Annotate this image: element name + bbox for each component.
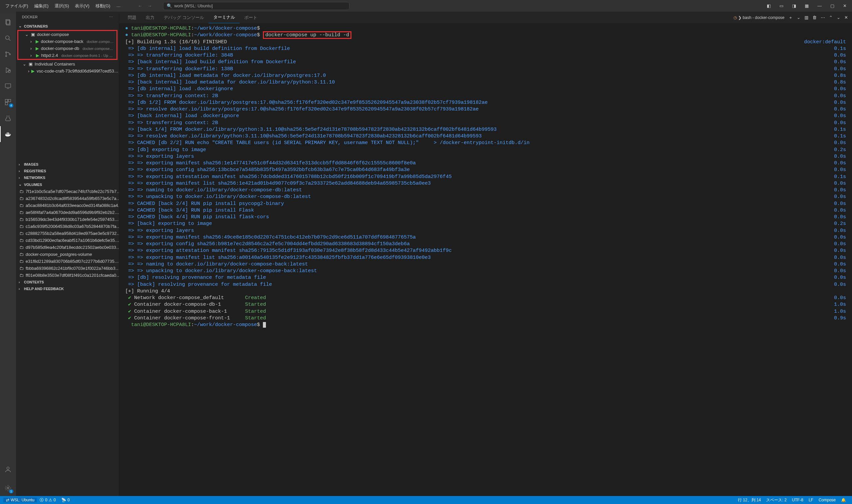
activity-account[interactable] xyxy=(0,462,16,478)
volume-item[interactable]: 🗀a23674832d2c8cad8f5839544a59fb6573e5c7a… xyxy=(16,195,119,202)
new-terminal-icon[interactable]: ＋ xyxy=(788,15,793,21)
status-notifications-icon[interactable]: 🔔 xyxy=(838,497,849,503)
volume-item[interactable]: 🗀7f1e1b0c5ca5e7df075ecac74fcf7cbfe22c757… xyxy=(16,188,119,195)
menu-bar: ファイル(F) 編集(E) 選択(S) 表示(V) 移動(G) … xyxy=(3,2,123,10)
activity-scm[interactable] xyxy=(0,46,16,62)
section-contexts[interactable]: ›CONTEXTS xyxy=(16,279,119,285)
menu-view[interactable]: 表示(V) xyxy=(72,2,92,10)
status-spaces[interactable]: スペース: 2 xyxy=(763,497,789,503)
compose-group[interactable]: ⌄ ▣ docker-compose xyxy=(18,31,117,38)
volume-icon: 🗀 xyxy=(19,259,24,264)
volume-icon: 🗀 xyxy=(19,273,24,278)
status-line-col[interactable]: 行 12、列 14 xyxy=(735,497,763,503)
section-networks[interactable]: ›NETWORKS xyxy=(16,174,119,181)
svg-point-2 xyxy=(6,36,9,40)
docker-sidebar: DOCKER ⋯ ⌄CONTAINERS ⌄ ▣ docker-compose … xyxy=(16,12,119,496)
volume-item[interactable]: 🗀ae58f4faf7a4a0670dedd9a6596d9b9f92eb2b2… xyxy=(16,209,119,216)
more-icon[interactable]: ⋯ xyxy=(821,15,825,20)
error-icon: ⓧ xyxy=(40,497,43,503)
status-encoding[interactable]: UTF-8 xyxy=(789,497,806,503)
split-terminal-icon[interactable]: ▥ xyxy=(804,15,809,20)
titlebar: ファイル(F) 編集(E) 選択(S) 表示(V) 移動(G) … ← → 🔍 … xyxy=(0,0,852,12)
volume-icon: 🗀 xyxy=(19,266,24,271)
volume-item[interactable]: 🗀ff01e08b8e3503e7df08f1f491c0a1201cfcaed… xyxy=(16,272,119,279)
activity-settings[interactable]: 1 xyxy=(0,480,16,496)
volume-item[interactable]: 🗀docker-compose_postgres-volume xyxy=(16,251,119,258)
svg-point-6 xyxy=(9,54,11,55)
tab-output[interactable]: 出力 xyxy=(141,12,159,23)
play-icon: ▶ xyxy=(36,39,39,44)
terminal-task[interactable]: ◷ ❯ bash - docker-compose xyxy=(733,15,784,20)
volume-item[interactable]: 🗀c28882755b2a58ea958d418ed975ae3e5c9732… xyxy=(16,230,119,237)
nav-forward-icon[interactable]: → xyxy=(146,2,153,10)
maximize-icon[interactable]: ▢ xyxy=(828,2,837,10)
status-ports[interactable]: 📡0 xyxy=(58,498,73,502)
container-front[interactable]: ›▶ httpd:2.4 docker-compose-front-1 - Up… xyxy=(18,52,117,59)
container-db[interactable]: ›▶ docker-compose-db docker-compose-db-… xyxy=(18,45,117,52)
menu-file[interactable]: ファイル(F) xyxy=(3,2,31,10)
chevron-up-icon[interactable]: ⌃ xyxy=(829,15,833,20)
menu-edit[interactable]: 編集(E) xyxy=(32,2,51,10)
status-remote[interactable]: ⇄ WSL: Ubuntu xyxy=(3,498,37,502)
section-help[interactable]: ›HELP AND FEEDBACK xyxy=(16,285,119,292)
status-eol[interactable]: LF xyxy=(806,497,816,503)
more-icon[interactable]: ⋯ xyxy=(109,15,113,19)
command-center[interactable]: 🔍 work [WSL: Ubuntu] xyxy=(163,2,350,10)
kill-terminal-icon[interactable]: 🗑 xyxy=(812,15,817,20)
search-text: work [WSL: Ubuntu] xyxy=(174,3,213,8)
layout-customize-icon[interactable]: ▦ xyxy=(802,2,811,10)
activity-explorer[interactable] xyxy=(0,14,16,30)
volume-item[interactable]: 🗀e31f8d21289a830706b85df07c2277b6d07735… xyxy=(16,258,119,265)
volume-item[interactable]: 🗀cd33bd12900ecfac6eabf517a1061b6defc5e35… xyxy=(16,237,119,244)
individual-containers[interactable]: ⌄▣ Individual Containers xyxy=(16,60,119,68)
volume-icon: 🗀 xyxy=(19,245,24,250)
volume-item[interactable]: 🗀d97b585d9ea4c20faf18ecddc21502aebc0e033… xyxy=(16,244,119,251)
play-icon: ▶ xyxy=(36,46,39,51)
layout-secondary-sidebar-icon[interactable]: ◨ xyxy=(789,2,799,10)
editor-area: 問題 出力 デバッグ コンソール ターミナル ポート ◷ ❯ bash - do… xyxy=(119,12,852,496)
terminal-content[interactable]: ● tani@DESKTOP-HCPA8LI:~/work/docker-com… xyxy=(119,23,852,496)
activity-debug[interactable] xyxy=(0,62,16,78)
container-vsc[interactable]: ›▶ vsc-code-craft-73c9ffdd06d9499f7ced53… xyxy=(16,68,119,74)
volume-item[interactable]: 🗀fbbba69396862c241bf9c0703e1f0022a746bb3… xyxy=(16,265,119,272)
activity-docker[interactable] xyxy=(0,126,16,142)
chevron-down-icon[interactable]: ⌄ xyxy=(837,15,840,20)
folder-icon: ▣ xyxy=(29,61,33,67)
volume-item[interactable]: 🗀c1a6c939f520064538d8c03a67b52844870b7fa… xyxy=(16,223,119,230)
volume-item[interactable]: 🗀a5cac88481b3c64af033eeacc0ed314fa088c1a… xyxy=(16,202,119,209)
tab-problems[interactable]: 問題 xyxy=(123,12,141,23)
minimize-icon[interactable]: — xyxy=(815,2,824,10)
tab-ports[interactable]: ポート xyxy=(239,12,262,23)
status-lang[interactable]: Compose xyxy=(816,497,838,503)
section-registries[interactable]: ›REGISTRIES xyxy=(16,168,119,174)
section-images[interactable]: ›IMAGES xyxy=(16,161,119,168)
close-icon[interactable]: ✕ xyxy=(840,2,849,10)
svg-rect-12 xyxy=(8,100,11,102)
volume-icon: 🗀 xyxy=(19,196,24,201)
search-icon: 🔍 xyxy=(167,3,172,8)
menu-more[interactable]: … xyxy=(113,2,123,10)
svg-point-5 xyxy=(6,56,7,57)
activity-extensions[interactable]: 4 xyxy=(0,94,16,110)
menu-go[interactable]: 移動(G) xyxy=(93,2,113,10)
section-volumes[interactable]: ⌄VOLUMES xyxy=(16,181,119,188)
container-back[interactable]: ›▶ docker-compose-back docker-compose-b… xyxy=(18,38,117,45)
nav-back-icon[interactable]: ← xyxy=(137,2,143,10)
terminal-dropdown-icon[interactable]: ⌄ xyxy=(797,15,800,20)
activity-search[interactable] xyxy=(0,30,16,46)
tab-terminal[interactable]: ターミナル xyxy=(209,12,239,23)
section-containers[interactable]: ⌄CONTAINERS xyxy=(16,23,119,30)
activity-bar: 4 1 xyxy=(0,12,16,496)
status-problems[interactable]: ⓧ0 ⚠0 xyxy=(37,497,58,503)
volume-item[interactable]: 🗀b156539dc3e43d4f9330b171defe54e2597453… xyxy=(16,216,119,223)
tab-debug-console[interactable]: デバッグ コンソール xyxy=(159,12,209,23)
close-panel-icon[interactable]: ✕ xyxy=(844,15,848,20)
activity-remote-explorer[interactable] xyxy=(0,78,16,94)
volume-icon: 🗀 xyxy=(19,189,24,194)
volume-icon: 🗀 xyxy=(19,252,24,257)
svg-point-15 xyxy=(7,487,9,489)
menu-selection[interactable]: 選択(S) xyxy=(52,2,72,10)
activity-testing[interactable] xyxy=(0,110,16,126)
layout-primary-sidebar-icon[interactable]: ◧ xyxy=(764,2,774,10)
layout-panel-icon[interactable]: ▭ xyxy=(777,2,786,10)
